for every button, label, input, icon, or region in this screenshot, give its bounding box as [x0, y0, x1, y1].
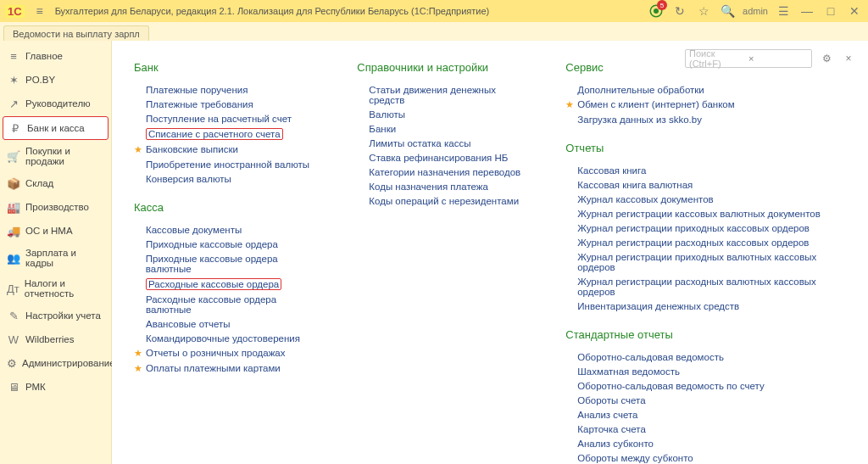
nav-link[interactable]: Авансовые отчеты: [146, 319, 231, 329]
panel-toggle-icon[interactable]: ☰: [775, 3, 792, 20]
nav-link[interactable]: Приобретение иностранной валюты: [146, 159, 309, 170]
nav-link[interactable]: Валюты: [369, 109, 405, 120]
nav-link[interactable]: Обороты между субконто: [577, 453, 693, 463]
sidebar-item-0[interactable]: ≡Главное: [0, 44, 111, 68]
minimize-icon[interactable]: —: [798, 3, 815, 20]
nav-link[interactable]: Оплаты платежными картами: [146, 363, 281, 373]
nav-link[interactable]: Банковские выписки: [146, 144, 238, 154]
favorite-icon[interactable]: ☆: [695, 3, 712, 20]
link-row: Оборотно-сальдовая ведомость по счету: [565, 381, 853, 391]
nav-link[interactable]: Инвентаризация денежных средств: [577, 301, 739, 311]
link-row: ★Обмен с клиент (интернет) банком: [565, 99, 853, 110]
tab-label: Ведомости на выплату зарпл: [13, 29, 140, 39]
nav-link[interactable]: Кассовая книга валютная: [577, 180, 693, 190]
nav-link[interactable]: Загрузка данных из skko.by: [577, 115, 702, 125]
sidebar-item-5[interactable]: 📦Склад: [0, 171, 111, 195]
sidebar-item-1[interactable]: ✶PO.BY: [0, 68, 111, 92]
nav-link[interactable]: Дополнительные обработки: [577, 85, 704, 95]
nav-link[interactable]: Шахматная ведомость: [577, 366, 680, 377]
nav-link[interactable]: Журнал регистрации кассовых валютных док…: [577, 209, 821, 219]
group-heading: Справочники и настройки: [357, 61, 531, 74]
group-heading: Стандартные отчеты: [565, 328, 853, 341]
link-row: Поступление на расчетный счет: [134, 114, 323, 124]
link-row: Банки: [357, 124, 531, 134]
nav-link[interactable]: Расходные кассовые ордера: [146, 278, 281, 290]
sidebar-item-7[interactable]: 🚚ОС и НМА: [0, 219, 111, 243]
user-label[interactable]: admin: [743, 3, 768, 20]
logo-1c: 1С: [5, 5, 25, 18]
tab-payroll[interactable]: Ведомости на выплату зарпл: [3, 25, 149, 41]
history-icon[interactable]: ↻: [671, 3, 688, 20]
nav-link[interactable]: Анализ счета: [577, 410, 637, 420]
nav-link[interactable]: Расходные кассовые ордера валютные: [146, 294, 323, 315]
sidebar-item-8[interactable]: 👥Зарплата и кадры: [0, 243, 111, 273]
search-icon[interactable]: 🔍: [719, 3, 736, 20]
nav-link[interactable]: Поступление на расчетный счет: [146, 114, 292, 124]
clear-search-icon[interactable]: ×: [746, 53, 808, 64]
link-row: Категории назначения переводов: [357, 167, 531, 177]
nav-link[interactable]: Журнал кассовых документов: [577, 194, 713, 204]
nav-link[interactable]: Кассовая книга: [577, 165, 646, 176]
link-row: Приходные кассовые ордера валютные: [134, 254, 323, 274]
settings-icon[interactable]: ⚙: [819, 51, 834, 66]
notifications-icon[interactable]: 5: [648, 3, 665, 20]
nav-link[interactable]: Кассовые документы: [146, 225, 242, 235]
link-row: Приобретение иностранной валюты: [134, 159, 323, 170]
nav-link[interactable]: Платежные требования: [146, 99, 253, 109]
sidebar-item-3[interactable]: ₽Банк и касса: [3, 116, 108, 140]
nav-link[interactable]: Приходные кассовые ордера валютные: [146, 254, 324, 274]
search-input[interactable]: Поиск (Ctrl+F) ×: [685, 49, 812, 68]
window-title: Бухгалтерия для Беларуси, редакция 2.1. …: [55, 6, 490, 16]
sidebar: ≡Главное✶PO.BY↗Руководителю₽Банк и касса…: [0, 41, 112, 464]
link-row: Оборотно-сальдовая ведомость: [565, 352, 853, 362]
link-row: Лимиты остатка кассы: [357, 138, 531, 148]
nav-link[interactable]: Журнал регистрации приходных валютных ка…: [577, 252, 853, 272]
nav-link[interactable]: Статьи движения денежных средств: [369, 85, 531, 105]
nav-link[interactable]: Оборотно-сальдовая ведомость по счету: [577, 381, 764, 391]
sidebar-item-12[interactable]: ⚙Администрирование: [0, 351, 111, 375]
sidebar-item-6[interactable]: 🏭Производство: [0, 195, 111, 219]
nav-link[interactable]: Обмен с клиент (интернет) банком: [577, 99, 734, 109]
nav-link[interactable]: Лимиты остатка кассы: [369, 138, 470, 148]
link-row: Журнал кассовых документов: [565, 194, 853, 204]
star-icon: ★: [134, 144, 142, 155]
nav-link[interactable]: Конверсия валюты: [146, 174, 231, 184]
nav-link[interactable]: Категории назначения переводов: [369, 167, 520, 177]
nav-link[interactable]: Платежные поручения: [146, 85, 248, 95]
sidebar-item-2[interactable]: ↗Руководителю: [0, 92, 111, 115]
nav-link[interactable]: Списание с расчетного счета: [146, 128, 283, 140]
sidebar-item-11[interactable]: WWildberries: [0, 327, 111, 351]
nav-link[interactable]: Анализ субконто: [577, 439, 654, 449]
close-panel-icon[interactable]: ×: [841, 51, 856, 66]
nav-link[interactable]: Карточка счета: [577, 424, 646, 434]
sidebar-item-13[interactable]: 🖥РМК: [0, 375, 111, 399]
sidebar-item-9[interactable]: ДтНалоги и отчетность: [0, 273, 111, 304]
link-row: ★Оплаты платежными картами: [134, 363, 323, 374]
close-window-icon[interactable]: ✕: [846, 3, 863, 20]
nav-link[interactable]: Отчеты о розничных продажах: [146, 348, 286, 358]
sidebar-label: Руководителю: [25, 98, 91, 109]
nav-link[interactable]: Приходные кассовые ордера: [146, 239, 278, 249]
nav-link[interactable]: Банки: [369, 124, 396, 134]
nav-link[interactable]: Оборотно-сальдовая ведомость: [577, 352, 724, 362]
nav-link[interactable]: Командировочные удостоверения: [146, 333, 300, 344]
nav-link[interactable]: Ставка рефинансирования НБ: [369, 153, 508, 163]
nav-link[interactable]: Коды назначения платежа: [369, 182, 488, 192]
nav-link[interactable]: Журнал регистрации приходных кассовых ор…: [577, 223, 810, 233]
link-row: ★Отчеты о розничных продажах: [134, 348, 323, 359]
link-row: Платежные поручения: [134, 85, 323, 95]
link-row: Журнал регистрации приходных кассовых ор…: [565, 223, 853, 233]
nav-link[interactable]: Обороты счета: [577, 395, 645, 405]
link-row: Платежные требования: [134, 99, 323, 109]
nav-link[interactable]: Коды операций с нерезидентами: [369, 196, 519, 206]
maximize-icon[interactable]: □: [822, 3, 839, 20]
group-heading: Отчеты: [565, 142, 853, 154]
link-row: Шахматная ведомость: [565, 366, 853, 377]
sidebar-item-10[interactable]: ✎Настройки учета: [0, 304, 111, 327]
sidebar-item-4[interactable]: 🛒Покупки и продажи: [0, 141, 111, 171]
link-row: Обороты между субконто: [565, 453, 853, 463]
link-row: Расходные кассовые ордера валютные: [134, 294, 323, 315]
menu-icon[interactable]: ≡: [31, 3, 48, 20]
nav-link[interactable]: Журнал регистрации расходных кассовых ор…: [577, 238, 809, 248]
nav-link[interactable]: Журнал регистрации расходных валютных ка…: [577, 277, 853, 297]
